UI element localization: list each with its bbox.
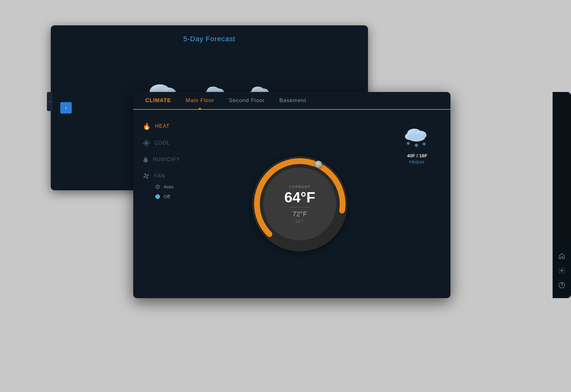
dial-knob <box>315 161 322 168</box>
set-temp: 72°F <box>292 210 307 218</box>
set-label: SET <box>295 219 304 223</box>
svg-text:❄: ❄ <box>422 142 426 147</box>
fan-label: FAN <box>154 173 165 179</box>
thermostat-dial[interactable]: CURRENT 64°F 72°F SET <box>252 156 347 252</box>
settings-icon[interactable] <box>558 267 565 274</box>
tab-basement[interactable]: Basement <box>277 92 309 109</box>
right-weather-icon: ❄ ❄ ❄ <box>403 126 431 151</box>
forecast-title: 5-Day Forecast <box>183 35 235 43</box>
svg-text:❄: ❄ <box>414 143 418 148</box>
fan-section: FAN Auto Off <box>143 173 206 199</box>
dial-outer: CURRENT 64°F 72°F SET <box>252 156 347 252</box>
svg-point-45 <box>561 270 563 271</box>
tab-bar: CLIMATE Main Floor Second Floor Basement <box>133 92 450 110</box>
dial-inner: CURRENT 64°F 72°F SET <box>263 167 336 240</box>
help-icon[interactable] <box>558 282 565 289</box>
fan-header: FAN <box>143 173 206 180</box>
current-label: CURRENT <box>289 185 311 189</box>
svg-point-32 <box>146 145 147 147</box>
heat-label: HEAT <box>155 123 169 129</box>
tab-second-floor[interactable]: Second Floor <box>226 92 267 109</box>
tab-climate[interactable]: CLIMATE <box>143 92 174 109</box>
right-weather-panel: ❄ ❄ ❄ 40F / 18F FRIDAY <box>393 119 441 289</box>
dial-divider <box>290 207 309 207</box>
right-weather-temp: 40F / 18F <box>407 153 427 158</box>
humidify-label: HUMIDIFY <box>153 157 180 162</box>
snowflake-icon <box>143 140 150 147</box>
current-temp: 64°F <box>284 190 315 205</box>
right-weather-day: FRIDAY <box>409 160 425 165</box>
controls-panel: 🔥 HEAT COOL <box>143 119 206 289</box>
tab-main-floor[interactable]: Main Floor <box>183 92 217 109</box>
fan-off-label: Off <box>164 194 170 199</box>
forecast-prev-button[interactable]: ‹ <box>60 102 72 114</box>
svg-point-41 <box>408 134 425 141</box>
drop-icon <box>143 156 148 163</box>
sidebar-icons <box>553 92 571 298</box>
left-collapsed-tab[interactable]: › <box>47 92 53 111</box>
fan-off-dot <box>155 194 160 199</box>
thermostat-wrap: CURRENT 64°F 72°F SET <box>213 119 387 289</box>
climate-content: 🔥 HEAT COOL <box>133 110 450 298</box>
svg-point-35 <box>146 175 147 177</box>
heat-control[interactable]: 🔥 HEAT <box>143 122 206 130</box>
fan-option-auto[interactable]: Auto <box>155 184 206 189</box>
svg-point-47 <box>561 286 562 287</box>
flame-icon: 🔥 <box>143 122 151 130</box>
climate-control-card: CLIMATE Main Floor Second Floor Basement… <box>133 92 450 298</box>
fan-option-off[interactable]: Off <box>155 194 206 199</box>
svg-point-33 <box>143 142 144 144</box>
fan-icon <box>143 173 150 180</box>
fan-auto-label: Auto <box>164 184 174 189</box>
svg-point-34 <box>148 142 150 144</box>
home-icon[interactable] <box>558 252 565 259</box>
fan-auto-dot <box>155 185 160 189</box>
cool-control[interactable]: COOL <box>143 140 206 147</box>
svg-point-31 <box>146 140 147 141</box>
humidify-control[interactable]: HUMIDIFY <box>143 156 206 163</box>
cool-label: COOL <box>154 140 170 146</box>
svg-text:❄: ❄ <box>406 141 410 146</box>
